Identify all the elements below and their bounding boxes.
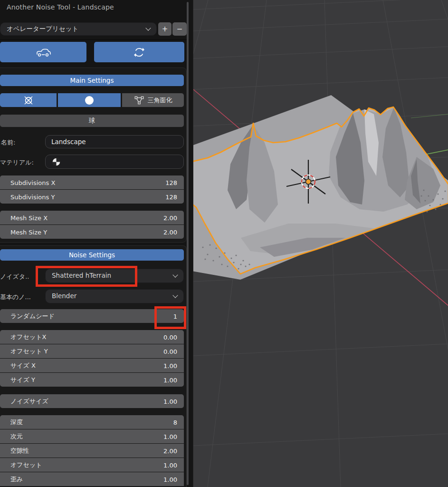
chevron-down-icon [172,272,178,277]
chevron-down-icon [172,292,178,298]
operator-preset-label: オペレータープリセット [7,26,78,32]
mesh-size-y-slider[interactable]: Mesh Size Y 2.00 [0,225,184,239]
refresh-operator-button[interactable] [94,42,184,62]
viewport-3d[interactable] [193,0,448,487]
triangulate-icon [134,96,144,105]
smooth-shading-toggle[interactable] [0,93,57,107]
noise-basis-label: 基本のノ... [0,293,31,302]
name-input[interactable]: Landscape [45,135,184,148]
material-label: マテリアル: [0,158,34,167]
smooth-circle-icon [23,95,34,106]
cursor-center-dot [306,179,311,185]
depth-slider[interactable]: 深度 8 [0,415,184,429]
panel-title: Another Noise Tool - Landscape [7,3,114,11]
annotation-box-noise-type [36,266,137,287]
name-label: 名前: [1,138,15,147]
chevron-down-icon [145,25,151,30]
subdivisions-y-slider[interactable]: Subdivisions Y 128 [0,190,184,204]
noise-offset-x-slider[interactable]: オフセットX 0.00 [0,330,184,344]
subdivisions-x-slider[interactable]: Subdivisions X 128 [0,175,184,189]
landscape-operator-button[interactable] [0,42,86,62]
sphere-button[interactable]: 球 [0,115,184,127]
noise-settings-header-button[interactable]: Noise Settings [0,249,184,261]
mesh-size-x-slider[interactable]: Mesh Size X 2.00 [0,211,184,224]
noise-basis-dropdown[interactable]: Blender [45,289,184,303]
noise-size-slider[interactable]: ノイズサイズ 1.00 [0,394,184,408]
triangulate-label: 三角面化 [148,96,172,105]
gain-slider[interactable]: 歪み 1.00 [0,472,184,486]
annotation-box-random-seed [154,306,186,329]
main-settings-header-button[interactable]: Main Settings [0,75,184,86]
dimension-slider[interactable]: 次元 1.00 [0,429,184,443]
sphere-toggle[interactable] [58,93,121,107]
add-preset-button[interactable]: + [158,22,172,36]
lacunarity-slider[interactable]: 空隙性 2.00 [0,444,184,458]
noise-size-y-slider[interactable]: サイズ Y 1.00 [0,373,184,387]
noise-type-label: ノイズタ.. [0,273,29,281]
car-icon [35,47,52,58]
noise-offset-y-slider[interactable]: オフセット Y 0.00 [0,344,184,358]
blender-window: ▾ Another Noise Tool - Landscape オペレータープ… [0,0,448,487]
remove-preset-button[interactable]: − [172,22,187,36]
noise-size-x-slider[interactable]: サイズ X 1.00 [0,359,184,372]
triangulate-toggle[interactable]: 三角面化 [122,93,184,107]
offset-slider[interactable]: オフセット 1.00 [0,458,184,472]
material-sphere-icon [51,157,61,167]
material-input[interactable] [45,155,184,169]
ant-landscape-panel: ▾ Another Noise Tool - Landscape オペレータープ… [0,0,193,487]
y-axis-green-far [411,114,448,118]
viewport-canvas[interactable] [193,0,448,487]
panel-scrollbar[interactable] [187,2,189,485]
operator-preset-dropdown[interactable]: オペレータープリセット [0,22,157,36]
filled-circle-icon [84,95,95,106]
refresh-icon [133,47,145,58]
